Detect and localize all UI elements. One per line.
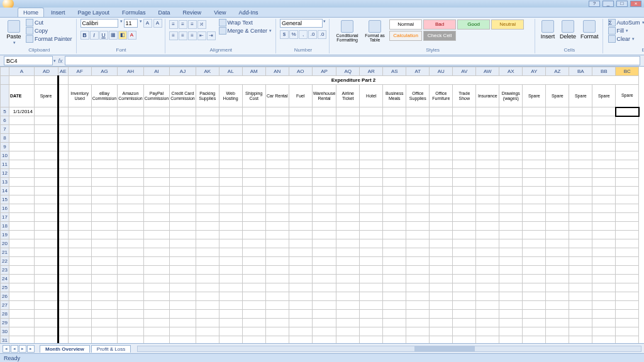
- grid-cell[interactable]: [616, 222, 639, 231]
- grid-cell[interactable]: [219, 178, 242, 187]
- grid-cell[interactable]: [499, 107, 523, 116]
- grid-cell[interactable]: [499, 187, 523, 195]
- grid-cell[interactable]: [592, 327, 616, 336]
- grid-cell[interactable]: [68, 143, 91, 151]
- grid-cell[interactable]: [453, 336, 476, 344]
- grid-cell[interactable]: [9, 275, 35, 283]
- grid-cell[interactable]: [265, 231, 289, 239]
- grid-cell[interactable]: [616, 283, 639, 292]
- grid-cell[interactable]: [569, 310, 592, 319]
- grid-cell[interactable]: [312, 160, 336, 169]
- cell-styles-gallery[interactable]: NormalBadGoodNeutralCalculationCheck Cel…: [389, 19, 532, 41]
- grid-cell[interactable]: [219, 336, 242, 344]
- column-title[interactable]: PayPal Commission: [143, 85, 170, 107]
- grid-cell[interactable]: [499, 151, 523, 160]
- grid-cell[interactable]: [242, 204, 265, 213]
- grid-cell[interactable]: [616, 160, 639, 169]
- grid-cell[interactable]: [196, 283, 219, 292]
- grid-cell[interactable]: [406, 310, 430, 319]
- grid-cell[interactable]: [118, 160, 144, 169]
- row-header[interactable]: [1, 76, 9, 85]
- grid-cell[interactable]: [35, 327, 58, 336]
- grid-cell[interactable]: [91, 178, 118, 187]
- grid-cell[interactable]: [289, 204, 312, 213]
- grid-cell[interactable]: [546, 231, 569, 239]
- grid-cell[interactable]: [406, 178, 430, 187]
- grid-cell[interactable]: [91, 301, 118, 310]
- grid-cell[interactable]: [91, 125, 118, 134]
- grid-cell[interactable]: [91, 248, 118, 257]
- grid-cell[interactable]: [58, 178, 69, 187]
- grid-cell[interactable]: [68, 257, 91, 266]
- grid-cell[interactable]: [289, 116, 312, 125]
- grid-cell[interactable]: [523, 327, 546, 336]
- grid-cell[interactable]: [242, 301, 265, 310]
- grid-cell[interactable]: [118, 151, 144, 160]
- grid-cell[interactable]: [592, 195, 616, 204]
- grid-cell[interactable]: [118, 213, 144, 222]
- grid-cell[interactable]: [616, 275, 639, 283]
- grid-cell[interactable]: [9, 213, 35, 222]
- cell-style-calculation[interactable]: Calculation: [389, 31, 422, 41]
- grid-cell[interactable]: [170, 160, 196, 169]
- grid-cell[interactable]: [476, 257, 499, 266]
- grid-cell[interactable]: [569, 204, 592, 213]
- grid-cell[interactable]: [91, 266, 118, 275]
- grid-cell[interactable]: [312, 327, 336, 336]
- grid-cell[interactable]: [499, 231, 523, 239]
- grid-cell[interactable]: [143, 257, 170, 266]
- grid-cell[interactable]: [68, 213, 91, 222]
- grid-cell[interactable]: [523, 151, 546, 160]
- col-header-AH[interactable]: AH: [118, 67, 144, 76]
- col-header-AX[interactable]: AX: [499, 67, 523, 76]
- help-button[interactable]: ?: [589, 1, 600, 7]
- number-format-select[interactable]: [280, 19, 323, 28]
- tab-home[interactable]: Home: [18, 8, 44, 17]
- grid-cell[interactable]: [35, 125, 58, 134]
- grid-cell[interactable]: [242, 336, 265, 344]
- grid-cell[interactable]: [476, 178, 499, 187]
- grid-cell[interactable]: [616, 310, 639, 319]
- grid-cell[interactable]: [265, 310, 289, 319]
- grid-cell[interactable]: [383, 319, 406, 327]
- grid-cell[interactable]: [196, 292, 219, 301]
- grid-cell[interactable]: [453, 239, 476, 248]
- grid-cell[interactable]: [58, 125, 69, 134]
- grid-cell[interactable]: [143, 169, 170, 178]
- grid-cell[interactable]: [383, 143, 406, 151]
- grid-cell[interactable]: [219, 213, 242, 222]
- grid-cell[interactable]: [196, 160, 219, 169]
- grid-cell[interactable]: [196, 327, 219, 336]
- grid-cell[interactable]: [68, 310, 91, 319]
- grid-cell[interactable]: [312, 169, 336, 178]
- grid-cell[interactable]: [35, 257, 58, 266]
- grid-cell[interactable]: [383, 178, 406, 187]
- grid-cell[interactable]: [383, 116, 406, 125]
- grid-cell[interactable]: [170, 275, 196, 283]
- grid-cell[interactable]: [453, 204, 476, 213]
- grid-cell[interactable]: [616, 151, 639, 160]
- grid-cell[interactable]: [242, 231, 265, 239]
- grid-cell[interactable]: [265, 336, 289, 344]
- section-title[interactable]: Expenditure Part 2: [68, 76, 639, 85]
- grid-cell[interactable]: [523, 310, 546, 319]
- col-header-AS[interactable]: AS: [383, 67, 406, 76]
- font-color-button[interactable]: A: [128, 31, 136, 40]
- column-title[interactable]: Spare: [546, 85, 569, 107]
- grid-cell[interactable]: [430, 301, 453, 310]
- font-name-input[interactable]: [80, 19, 118, 28]
- grid-cell[interactable]: [406, 169, 430, 178]
- grid-cell[interactable]: [58, 231, 69, 239]
- grid-cell[interactable]: [430, 116, 453, 125]
- grid-cell[interactable]: [289, 327, 312, 336]
- grid-cell[interactable]: [196, 134, 219, 143]
- grid-cell[interactable]: [360, 319, 383, 327]
- column-title[interactable]: Car Rental: [265, 85, 289, 107]
- row-header[interactable]: 22: [1, 257, 9, 266]
- grid-cell[interactable]: [170, 204, 196, 213]
- grid-cell[interactable]: [170, 336, 196, 344]
- wrap-text-button[interactable]: Wrap Text: [218, 19, 274, 26]
- name-box[interactable]: [4, 56, 53, 65]
- grid-cell[interactable]: [143, 222, 170, 231]
- conditional-formatting-button[interactable]: Conditional Formatting: [333, 19, 361, 43]
